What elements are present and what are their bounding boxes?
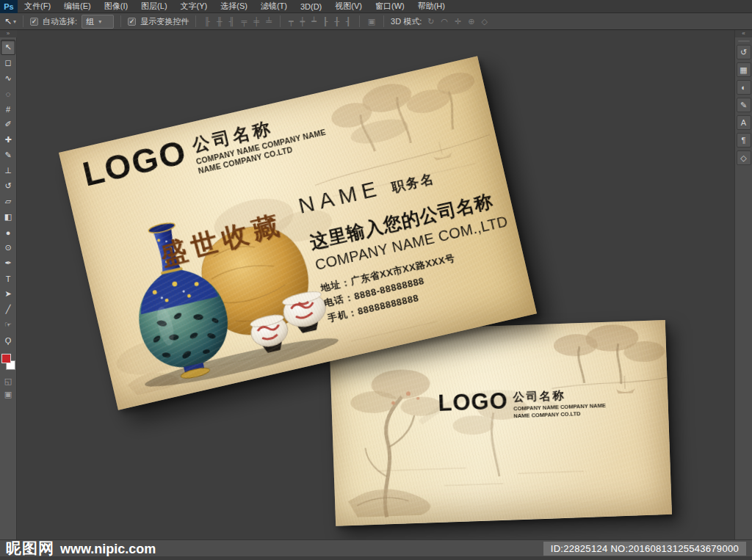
healing-brush-tool[interactable]: ✚ [1,132,15,148]
menu-help[interactable]: 帮助(H) [411,0,452,13]
dock-panels: ↺▦◐✎A¶◇ [737,43,751,167]
menu-edit[interactable]: 编辑(E) [57,0,98,13]
menu-window[interactable]: 窗口(W) [369,0,411,13]
menu-list: 文件(F)编辑(E)图像(I)图层(L)文字(Y)选择(S)滤镜(T)3D(D)… [18,0,452,13]
3d-slide-icon[interactable]: ⊕ [466,17,476,26]
foreground-color-swatch[interactable] [1,354,11,363]
history-panel-icon[interactable]: ↺ [737,45,751,59]
business-card-back[interactable]: LOGO 公司名称 COMPANY NAME COMPANY NAME NAME… [329,320,672,526]
move-tool-icon: ↖ [4,16,12,26]
lasso-tool[interactable]: ∿ [1,70,15,86]
menu-type[interactable]: 文字(Y) [174,0,214,13]
person-title: 职务名 [389,170,436,197]
chevron-down-icon: ▾ [98,18,101,25]
menu-layer[interactable]: 图层(L) [134,0,173,13]
quick-selection-tool[interactable]: ◌ [1,86,15,101]
auto-select-value: 组 [86,16,94,27]
3d-scale-icon[interactable]: ◇ [480,17,489,26]
menu-file[interactable]: 文件(F) [18,0,57,13]
auto-select-checkbox[interactable]: ✓ [30,18,38,26]
chevron-down-icon: ▾ [13,18,16,25]
marquee-tool[interactable]: ◻ [1,55,15,70]
auto-align-layers-icon[interactable]: ▣ [366,17,377,26]
panel-dock: « ↺▦◐✎A¶◇ [734,30,752,539]
3d-roll-icon[interactable]: ◠ [439,17,449,26]
menu-select[interactable]: 选择(S) [214,0,254,13]
watermark-site-url: www.nipic.com [60,542,156,557]
auto-select-dropdown[interactable]: 组 ▾ [82,15,114,29]
watermark: 昵图网 www.nipic.com [6,538,156,559]
color-swatches [0,352,17,374]
front-card-logo-block: LOGO 公司名称 COMPANY NAME COMPANY NAME NAME… [80,105,329,202]
adjustments-panel-icon[interactable]: ◐ [737,80,751,95]
divider [359,15,360,27]
distribute-right-icon[interactable]: ┨ [344,17,352,26]
3d-drag-icon[interactable]: ✛ [453,17,463,26]
eyedropper-tool[interactable]: ✐ [1,117,15,132]
align-horizontal-centers-icon[interactable]: ╫ [215,17,224,26]
threed-panel-icon[interactable]: ◇ [737,150,751,165]
zoom-tool[interactable]: Ϙ [1,332,15,348]
dock-collapse-icon[interactable]: « [735,30,752,37]
3d-mode-label: 3D 模式: [391,16,422,27]
distribute-vcenter-icon[interactable]: ┿ [299,17,307,26]
back-card-logo-block: LOGO 公司名称 COMPANY NAME COMPANY NAME NAME… [438,387,606,422]
menu-3d[interactable]: 3D(D) [294,0,328,13]
distribute-top-icon[interactable]: ┯ [287,17,295,26]
distribute-icons-group: ┯┿┷┠╂┨ [287,17,352,26]
show-transform-label: 显示变换控件 [140,16,189,27]
gradient-tool[interactable]: ◧ [1,209,15,225]
logo-text: LOGO [438,390,508,415]
divider [120,15,121,27]
path-selection-tool[interactable]: ➤ [1,286,15,302]
clone-stamp-tool[interactable]: ⊥ [1,163,15,178]
character-panel-icon[interactable]: A [737,115,751,130]
screen-mode-icon[interactable]: ▣ [1,388,15,401]
status-bar: 昵图网 www.nipic.com ID:22825124 NO:2016081… [0,539,752,560]
3d-rotate-icon[interactable]: ↻ [426,17,435,26]
menu-view[interactable]: 视图(V) [328,0,369,13]
crop-tool[interactable]: # [1,101,15,117]
current-tool-icon[interactable]: ↖ ▾ [4,16,16,26]
person-name: NAME [296,175,383,219]
dodge-tool[interactable]: ⊙ [1,240,15,255]
align-right-edges-icon[interactable]: ╢ [228,17,236,26]
document-canvas[interactable]: LOGO 公司名称 COMPANY NAME COMPANY NAME NAME… [17,30,734,539]
blur-tool[interactable]: ● [1,225,15,240]
distribute-bottom-icon[interactable]: ┷ [310,17,318,26]
paragraph-panel-icon[interactable]: ¶ [737,133,751,148]
history-brush-tool[interactable]: ↺ [1,178,15,194]
divider [195,15,196,27]
toolbar-collapse-icon[interactable]: » [0,30,17,37]
hand-tool[interactable]: ☞ [1,317,15,332]
align-vertical-centers-icon[interactable]: ╪ [252,17,261,26]
brush-panel-icon[interactable]: ✎ [737,98,751,112]
menu-bar: Ps 文件(F)编辑(E)图像(I)图层(L)文字(Y)选择(S)滤镜(T)3D… [0,0,752,13]
quick-mask-icon[interactable]: ◱ [1,374,15,388]
3d-mode-icons-group: ↻◠✛⊕◇ [426,17,489,26]
menu-filter[interactable]: 滤镜(T) [254,0,294,13]
distribute-hcenter-icon[interactable]: ╂ [333,17,341,26]
menu-image[interactable]: 图像(I) [98,0,134,13]
divider [280,15,281,27]
line-tool[interactable]: ╱ [1,302,15,317]
watermark-site-name: 昵图网 [6,538,54,559]
divider [23,15,24,27]
move-tool[interactable]: ↖ [1,40,15,55]
auto-select-label: 自动选择: [43,16,77,27]
align-bottom-edges-icon[interactable]: ╧ [264,17,273,26]
eraser-tool[interactable]: ▱ [1,194,15,209]
brush-tool[interactable]: ✎ [1,148,15,163]
type-tool[interactable]: T [1,271,15,286]
ink-landscape-art [329,320,672,526]
swatches-panel-icon[interactable]: ▦ [737,62,751,77]
tools-list: ↖◻∿◌#✐✚✎⊥↺▱◧●⊙✒T➤╱☞Ϙ [1,40,15,348]
show-transform-checkbox[interactable]: ✓ [128,18,136,26]
distribute-left-icon[interactable]: ┠ [322,17,330,26]
align-left-edges-icon[interactable]: ╟ [203,17,212,26]
align-top-edges-icon[interactable]: ╤ [240,17,249,26]
dock-divider [738,40,750,42]
logo-text: LOGO [80,136,190,191]
pen-tool[interactable]: ✒ [1,255,15,271]
tool-options-bar: ↖ ▾ ✓ 自动选择: 组 ▾ ✓ 显示变换控件 ╟╫╢╤╪╧ ┯┿┷┠╂┨ ▣… [0,13,752,30]
